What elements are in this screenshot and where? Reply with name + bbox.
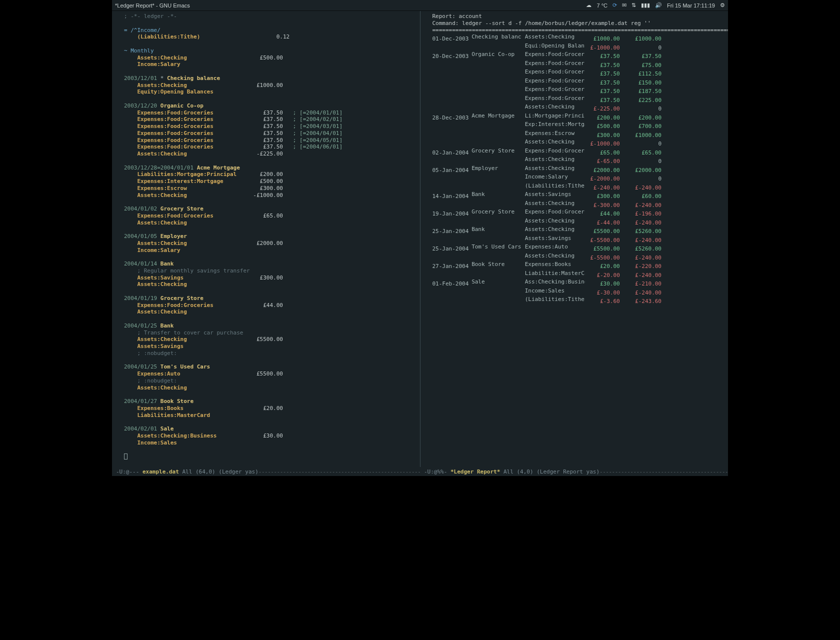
report-amount: £5500.00	[585, 228, 620, 235]
posting-account: Assets:Savings	[138, 274, 250, 281]
report-amount: £37.50	[585, 70, 620, 78]
report-account: (Liabilities:Tithe)	[525, 296, 585, 303]
report-balance: 0	[626, 176, 662, 182]
report-payee	[472, 130, 522, 137]
settings-gear-icon[interactable]: ⚙	[720, 2, 725, 8]
report-date	[432, 44, 468, 52]
posting-amount	[250, 343, 283, 350]
report-date: 28-Dec-2003	[432, 114, 468, 122]
posting-amount: £200.00	[250, 171, 283, 178]
report-account: Expens:Food:Groceries	[525, 95, 585, 102]
report-payee	[472, 235, 522, 242]
report-account: Assets:Checking	[525, 165, 585, 172]
tx-payee: Sale	[160, 426, 174, 432]
text-cursor	[124, 454, 128, 460]
tx-date: 2004/01/02	[124, 206, 157, 212]
report-date	[432, 220, 468, 226]
report-balance: £187.50	[626, 88, 662, 95]
report-balance: £-240.00	[626, 220, 662, 226]
posting-amount: £2000.00	[250, 240, 283, 246]
report-payee: Employer	[472, 165, 522, 172]
report-account: Assets:Checking	[525, 226, 585, 233]
modeline-row: -U:@--- example.dat All (64,0) (Ledger y…	[112, 467, 728, 476]
modeline-right[interactable]: -U:@%%- *Ledger Report* All (4,0) (Ledge…	[420, 468, 728, 475]
posting-amount: £30.00	[250, 432, 283, 439]
posting-amount: £37.50	[250, 123, 283, 130]
posting-account: Expenses:Escrow	[138, 185, 250, 192]
report-date	[432, 123, 468, 130]
report-balance: 0	[626, 140, 662, 148]
report-amount: £500.00	[585, 123, 620, 130]
posting-amount: £5500.00	[250, 370, 283, 377]
report-account: Income:Salary	[525, 174, 585, 180]
posting-account: Expenses:Food:Groceries	[138, 116, 250, 122]
report-amount: £5500.00	[585, 246, 620, 252]
report-balance: £-240.00	[626, 237, 662, 244]
posting-account: Expenses:Food:Groceries	[138, 130, 250, 136]
ledger-source-buffer[interactable]: ; -*- ledger -*- = /^Income/ (Liabilitie…	[112, 11, 420, 467]
report-balance: £-220.00	[626, 263, 662, 270]
volume-icon[interactable]: 🔊	[655, 2, 662, 8]
report-date	[432, 70, 468, 78]
report-payee	[472, 104, 522, 110]
report-balance: £75.00	[626, 62, 662, 69]
posting-account: Expenses:Food:Groceries	[138, 123, 250, 130]
report-account: Exp:Interest:Mortgage	[525, 121, 585, 128]
posting-amount: £500.00	[250, 178, 283, 184]
report-balance: £1000.00	[626, 36, 662, 42]
report-balance: £37.50	[626, 53, 662, 60]
report-account: Liabilitie:MasterCard	[525, 270, 585, 277]
refresh-icon[interactable]: ⟳	[612, 2, 617, 8]
report-amount: £-65.00	[585, 158, 620, 165]
tx-payee: Employer	[160, 233, 187, 240]
posting-account: Expenses:Food:Groceries	[138, 212, 250, 219]
modeline-left[interactable]: -U:@--- example.dat All (64,0) (Ledger y…	[112, 468, 420, 475]
clock: Fri 15 Mar 17:11:19	[667, 2, 715, 8]
report-payee: Checking balance	[472, 34, 522, 40]
posting-account: Liabilities:MasterCard	[138, 412, 250, 418]
report-command: Command: ledger --sort d -f /home/borbus…	[432, 20, 651, 26]
report-payee	[472, 121, 522, 128]
posting-amount	[250, 281, 283, 288]
report-balance: £-240.00	[626, 290, 662, 296]
report-balance: £225.00	[626, 97, 662, 104]
report-payee: Sale	[472, 278, 522, 286]
report-account: Li:Mortgage:Principal	[525, 112, 585, 120]
report-amount: £44.00	[585, 210, 620, 218]
report-balance: 0	[626, 106, 662, 112]
report-account: Expens:Food:Groceries	[525, 78, 585, 84]
report-payee	[472, 182, 522, 190]
report-date	[432, 184, 468, 192]
report-account: (Liabilities:Tithe)	[525, 182, 585, 190]
posting-account: Equity:Opening Balances	[138, 88, 250, 95]
posting-account: Assets:Savings	[138, 343, 250, 350]
report-date	[432, 202, 468, 209]
report-amount: £-3.60	[585, 298, 620, 305]
buffer-name-right: *Ledger Report*	[450, 468, 500, 475]
report-amount: £-2000.00	[585, 176, 620, 182]
posting-amount: £300.00	[250, 185, 283, 192]
network-icon[interactable]: ⇅	[632, 2, 636, 8]
report-amount: £37.50	[585, 97, 620, 104]
posting-amount: -£225.00	[250, 150, 283, 157]
posting-amount: £37.50	[250, 116, 283, 122]
mail-icon[interactable]: ✉	[622, 2, 626, 8]
tx-date: 2003/12/01	[124, 75, 157, 82]
report-amount: £-5500.00	[585, 237, 620, 244]
posting-account: Assets:Checking	[138, 308, 250, 315]
report-date: 02-Jan-2004	[432, 150, 468, 156]
posting-account: Assets:Checking	[138, 281, 250, 288]
battery-icon[interactable]: ▮▮▮	[641, 2, 650, 8]
posting-account: Expenses:Food:Groceries	[138, 137, 250, 144]
report-account: Assets:Checking	[525, 252, 585, 260]
report-balance: £112.50	[626, 70, 662, 78]
posting-account: Assets:Checking:Business	[138, 432, 250, 439]
posting-account: Assets:Checking	[138, 240, 250, 246]
report-amount: £-30.00	[585, 290, 620, 296]
tx-payee: Bank	[160, 322, 174, 329]
posting-amount: £5500.00	[250, 336, 283, 342]
ledger-report-buffer[interactable]: Report: accountCommand: ledger --sort d …	[420, 11, 728, 467]
posting-amount: £37.50	[250, 110, 283, 116]
report-date: 25-Jan-2004	[432, 246, 468, 252]
tx-payee: Bank	[160, 260, 174, 267]
